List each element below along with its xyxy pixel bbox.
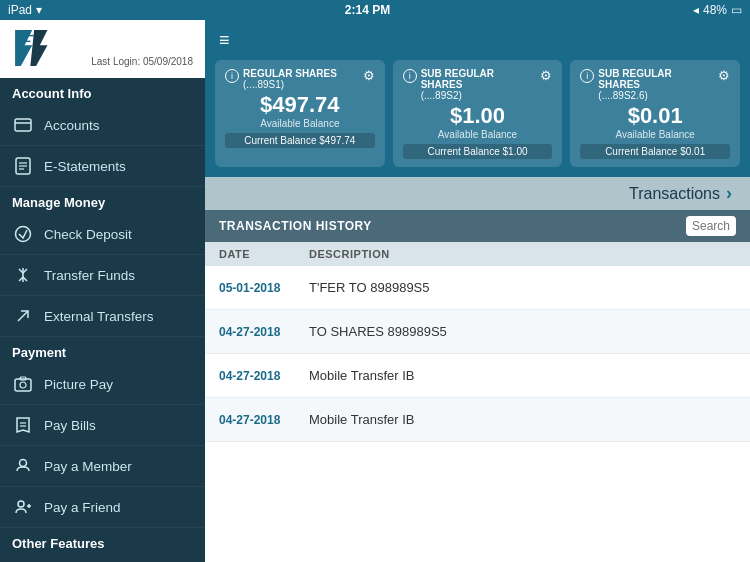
card-balance-0: $497.74	[225, 92, 375, 118]
sidebar-item-external-transfers[interactable]: External Transfers	[0, 296, 205, 337]
card-name-0: REGULAR SHARES	[243, 68, 337, 79]
card-gear-icon-2[interactable]: ⚙	[718, 68, 730, 83]
sidebar-logo: Last Login: 05/09/2018	[0, 20, 205, 78]
svg-point-17	[20, 460, 27, 467]
card-num-1: (....89S2)	[421, 90, 537, 101]
sidebar-section-manage-money: Manage Money Check Deposit	[0, 187, 205, 337]
pay-member-label: Pay a Member	[44, 459, 132, 474]
transactions-chevron: ›	[726, 183, 732, 204]
tx-row-date: 04-27-2018	[219, 325, 309, 339]
external-transfers-icon	[12, 305, 34, 327]
sidebar-section-other-features: Other Features Manage Cards	[0, 528, 205, 562]
check-deposit-icon	[12, 223, 34, 245]
card-info-icon-0: i	[225, 69, 239, 83]
card-balance-label-0: Available Balance	[225, 118, 375, 129]
check-deposit-label: Check Deposit	[44, 227, 132, 242]
status-bar: iPad ▾ 2:14 PM ◂ 48% ▭	[0, 0, 750, 20]
tx-history-title: TRANSACTION HISTORY	[219, 219, 372, 233]
location-icon: ◂	[693, 3, 699, 17]
card-current-0: Current Balance $497.74	[225, 133, 375, 148]
estatements-icon	[12, 155, 34, 177]
svg-point-18	[18, 501, 24, 507]
card-info-0: i REGULAR SHARES (....89S1)	[225, 68, 337, 90]
card-title-1: SUB REGULAR SHARES (....89S2)	[421, 68, 537, 101]
card-title-0: REGULAR SHARES (....89S1)	[243, 68, 337, 90]
status-time: 2:14 PM	[345, 3, 390, 17]
main-content: ≡ i REGULAR SHARES (....89S1) ⚙ $497.74 …	[205, 20, 750, 562]
transaction-section: TRANSACTION HISTORY DATE DESCRIPTION 05-…	[205, 210, 750, 562]
sidebar-item-check-deposit[interactable]: Check Deposit	[0, 214, 205, 255]
hamburger-menu[interactable]: ≡	[219, 30, 230, 51]
account-card-1[interactable]: i SUB REGULAR SHARES (....89S2) ⚙ $1.00 …	[393, 60, 563, 167]
sidebar-item-transfer-funds[interactable]: Transfer Funds	[0, 255, 205, 296]
sidebar-section-payment: Payment Picture Pay	[0, 337, 205, 528]
sidebar-item-pay-member[interactable]: Pay a Member	[0, 446, 205, 487]
picture-pay-label: Picture Pay	[44, 377, 113, 392]
pay-friend-label: Pay a Friend	[44, 500, 121, 515]
section-header-account-info: Account Info	[0, 78, 205, 105]
transfer-funds-icon	[12, 264, 34, 286]
card-gear-icon-0[interactable]: ⚙	[363, 68, 375, 83]
pay-friend-icon	[12, 496, 34, 518]
transactions-label: Transactions	[629, 185, 720, 203]
table-row[interactable]: 04-27-2018 Mobile Transfer IB	[205, 398, 750, 442]
tx-row-date: 04-27-2018	[219, 413, 309, 427]
section-header-manage-money: Manage Money	[0, 187, 205, 214]
card-current-2: Current Balance $0.01	[580, 144, 730, 159]
account-card-2[interactable]: i SUB REGULAR SHARES (....89S2.6) ⚙ $0.0…	[570, 60, 740, 167]
card-info-icon-2: i	[580, 69, 594, 83]
status-left: iPad ▾	[8, 3, 42, 17]
tx-rows-container: 05-01-2018 T'FER TO 898989S5 04-27-2018 …	[205, 266, 750, 442]
card-balance-label-2: Available Balance	[580, 129, 730, 140]
tx-row-desc: Mobile Transfer IB	[309, 368, 736, 383]
app-body: Last Login: 05/09/2018 Account Info Acco…	[0, 20, 750, 562]
card-balance-1: $1.00	[403, 103, 553, 129]
tx-row-desc: TO SHARES 898989S5	[309, 324, 736, 339]
table-row[interactable]: 04-27-2018 TO SHARES 898989S5	[205, 310, 750, 354]
pay-bills-icon	[12, 414, 34, 436]
top-bar: ≡	[205, 20, 750, 60]
pay-member-icon	[12, 455, 34, 477]
picture-pay-icon	[12, 373, 34, 395]
card-header-0: i REGULAR SHARES (....89S1) ⚙	[225, 68, 375, 90]
card-title-2: SUB REGULAR SHARES (....89S2.6)	[598, 68, 714, 101]
tx-col-desc-header: DESCRIPTION	[309, 248, 736, 260]
accounts-label: Accounts	[44, 118, 100, 133]
battery-icon: ▭	[731, 3, 742, 17]
svg-point-10	[16, 227, 31, 242]
sidebar-item-accounts[interactable]: Accounts	[0, 105, 205, 146]
svg-rect-4	[15, 119, 31, 131]
tx-row-desc: T'FER TO 898989S5	[309, 280, 736, 295]
tx-col-headers: DATE DESCRIPTION	[205, 242, 750, 266]
sidebar: Last Login: 05/09/2018 Account Info Acco…	[0, 20, 205, 562]
tx-header-bar: TRANSACTION HISTORY	[205, 210, 750, 242]
tx-row-desc: Mobile Transfer IB	[309, 412, 736, 427]
status-right: ◂ 48% ▭	[693, 3, 742, 17]
card-header-1: i SUB REGULAR SHARES (....89S2) ⚙	[403, 68, 553, 101]
card-gear-icon-1[interactable]: ⚙	[540, 68, 552, 83]
battery-status: 48%	[703, 3, 727, 17]
sidebar-item-picture-pay[interactable]: Picture Pay	[0, 364, 205, 405]
sidebar-item-pay-friend[interactable]: Pay a Friend	[0, 487, 205, 528]
account-cards: i REGULAR SHARES (....89S1) ⚙ $497.74 Av…	[205, 60, 750, 177]
svg-point-13	[20, 382, 26, 388]
account-card-0[interactable]: i REGULAR SHARES (....89S1) ⚙ $497.74 Av…	[215, 60, 385, 167]
tx-row-date: 05-01-2018	[219, 281, 309, 295]
sidebar-item-manage-cards[interactable]: Manage Cards	[0, 555, 205, 562]
tx-col-date-header: DATE	[219, 248, 309, 260]
sidebar-item-estatements[interactable]: E-Statements	[0, 146, 205, 187]
wifi-icon: ▾	[36, 3, 42, 17]
last-login: Last Login: 05/09/2018	[91, 55, 193, 68]
card-current-1: Current Balance $1.00	[403, 144, 553, 159]
transactions-bar[interactable]: Transactions ›	[205, 177, 750, 210]
table-row[interactable]: 05-01-2018 T'FER TO 898989S5	[205, 266, 750, 310]
svg-rect-12	[15, 379, 31, 391]
section-header-other-features: Other Features	[0, 528, 205, 555]
table-row[interactable]: 04-27-2018 Mobile Transfer IB	[205, 354, 750, 398]
tx-row-date: 04-27-2018	[219, 369, 309, 383]
sidebar-item-pay-bills[interactable]: Pay Bills	[0, 405, 205, 446]
card-info-1: i SUB REGULAR SHARES (....89S2)	[403, 68, 537, 101]
tx-search-input[interactable]	[686, 216, 736, 236]
estatements-label: E-Statements	[44, 159, 126, 174]
status-device: iPad	[8, 3, 32, 17]
